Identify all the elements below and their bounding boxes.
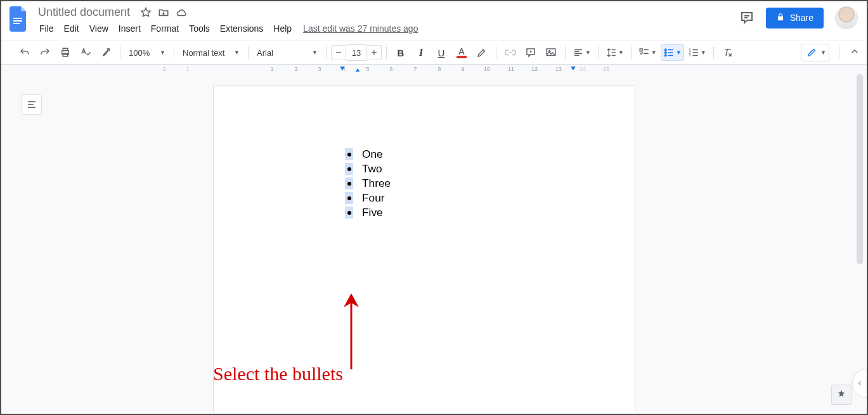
annotation-text: Select the bullets (213, 363, 343, 385)
separator (839, 46, 839, 59)
bullet-selection[interactable] (345, 207, 353, 219)
explore-button[interactable] (831, 385, 852, 405)
svg-rect-8 (640, 49, 642, 51)
insert-link-button[interactable] (501, 44, 520, 61)
chevron-down-icon: ▼ (312, 49, 318, 56)
star-icon[interactable] (140, 7, 152, 18)
scrollbar-thumb[interactable] (857, 74, 863, 264)
underline-button[interactable]: U (432, 44, 451, 61)
menu-view[interactable]: View (84, 21, 113, 36)
separator (386, 46, 387, 59)
separator (631, 46, 632, 59)
font-family-dropdown[interactable]: Arial ▼ (253, 44, 321, 61)
line-spacing-dropdown[interactable]: ▼ (603, 44, 626, 61)
print-button[interactable] (56, 44, 75, 61)
move-icon[interactable] (158, 7, 169, 18)
bullet-selection[interactable] (345, 192, 353, 204)
bulleted-list-dropdown[interactable]: ▼ (661, 44, 684, 61)
insert-image-button[interactable] (541, 44, 560, 61)
editing-mode-dropdown[interactable]: ▼ (801, 44, 829, 61)
vertical-scrollbar[interactable] (855, 72, 864, 406)
menu-tools[interactable]: Tools (184, 21, 215, 36)
menu-help[interactable]: Help (268, 21, 297, 36)
list-item[interactable]: Four (345, 191, 391, 205)
list-item[interactable]: One (345, 147, 391, 162)
chevron-down-icon: ▼ (234, 49, 240, 56)
paint-format-button[interactable] (96, 44, 115, 61)
list-item[interactable]: Two (345, 162, 391, 176)
separator (174, 46, 174, 59)
list-item[interactable]: Three (345, 176, 391, 191)
redo-button[interactable] (36, 44, 55, 61)
list-item-text[interactable]: One (362, 148, 383, 161)
menu-insert[interactable]: Insert (113, 21, 146, 36)
menu-edit[interactable]: Edit (59, 21, 84, 36)
list-item[interactable]: Five (345, 205, 391, 220)
bullet-icon (347, 211, 351, 215)
chevron-down-icon: ▼ (160, 49, 165, 56)
svg-text:3: 3 (689, 53, 690, 57)
last-edit-link[interactable]: Last edit was 27 minutes ago (303, 23, 418, 34)
highlight-color-button[interactable] (472, 44, 491, 61)
avatar[interactable] (835, 6, 858, 29)
menu-format[interactable]: Format (146, 21, 184, 36)
svg-rect-4 (63, 48, 68, 51)
toolbar: 100% ▼ Normal text ▼ Arial ▼ − + B I U A (1, 41, 867, 65)
svg-rect-0 (13, 18, 22, 19)
undo-button[interactable] (15, 44, 34, 61)
svg-point-10 (664, 52, 666, 54)
font-size-input[interactable] (346, 44, 366, 61)
document-canvas[interactable]: OneTwoThreeFourFive Select the bullets (3, 72, 865, 412)
collapse-toolbar-icon[interactable] (849, 46, 860, 60)
bullet-selection[interactable] (345, 163, 353, 175)
bullet-selection[interactable] (345, 177, 353, 189)
docs-logo-icon[interactable] (6, 6, 32, 32)
share-button[interactable]: Share (766, 8, 824, 29)
align-dropdown[interactable]: ▼ (570, 44, 593, 61)
list-item-text[interactable]: Five (362, 206, 383, 219)
italic-button[interactable]: I (411, 44, 431, 61)
spellcheck-button[interactable] (76, 44, 95, 61)
font-size-decrease[interactable]: − (331, 45, 346, 60)
list-item-text[interactable]: Three (362, 177, 391, 190)
right-indent-marker[interactable] (571, 67, 576, 70)
lock-icon (776, 13, 785, 23)
separator (713, 46, 714, 59)
menu-file[interactable]: File (34, 21, 59, 36)
checklist-dropdown[interactable]: ▼ (636, 44, 659, 61)
show-outline-button[interactable] (22, 94, 42, 115)
svg-point-9 (664, 49, 666, 51)
separator (326, 46, 327, 59)
bullet-icon (347, 153, 351, 156)
doc-title[interactable]: Untitled document (34, 5, 134, 20)
chevron-down-icon: ▼ (820, 49, 826, 56)
numbered-list-dropdown[interactable]: 123▼ (685, 44, 709, 61)
separator (598, 46, 599, 59)
bold-button[interactable]: B (391, 44, 410, 61)
font-size-increase[interactable]: + (366, 45, 382, 60)
document-content[interactable]: OneTwoThreeFourFive (345, 147, 391, 220)
bullet-icon (347, 182, 351, 186)
separator (496, 46, 496, 59)
bullet-selection[interactable] (345, 148, 353, 160)
clear-formatting-button[interactable] (718, 44, 737, 61)
list-item-text[interactable]: Two (362, 162, 382, 176)
menu-extensions[interactable]: Extensions (215, 21, 268, 36)
list-item-text[interactable]: Four (362, 191, 385, 205)
cloud-status-icon[interactable] (176, 7, 188, 18)
paragraph-style-dropdown[interactable]: Normal text ▼ (179, 44, 243, 61)
add-comment-button[interactable] (521, 44, 540, 61)
menubar: File Edit View Insert Format Tools Exten… (34, 21, 418, 36)
share-label: Share (790, 13, 813, 23)
text-color-button[interactable]: A (452, 44, 471, 61)
titlebar: Untitled document File Edit View Insert … (1, 1, 867, 41)
bullet-icon (347, 196, 351, 200)
font-size-group: − + (331, 44, 382, 61)
svg-point-11 (664, 54, 666, 56)
zoom-dropdown[interactable]: 100% ▼ (125, 44, 169, 61)
comments-icon[interactable] (739, 10, 755, 25)
first-line-indent-marker[interactable] (340, 67, 345, 70)
svg-rect-2 (13, 23, 20, 24)
paragraph-style-value: Normal text (183, 48, 224, 58)
separator (120, 46, 120, 59)
